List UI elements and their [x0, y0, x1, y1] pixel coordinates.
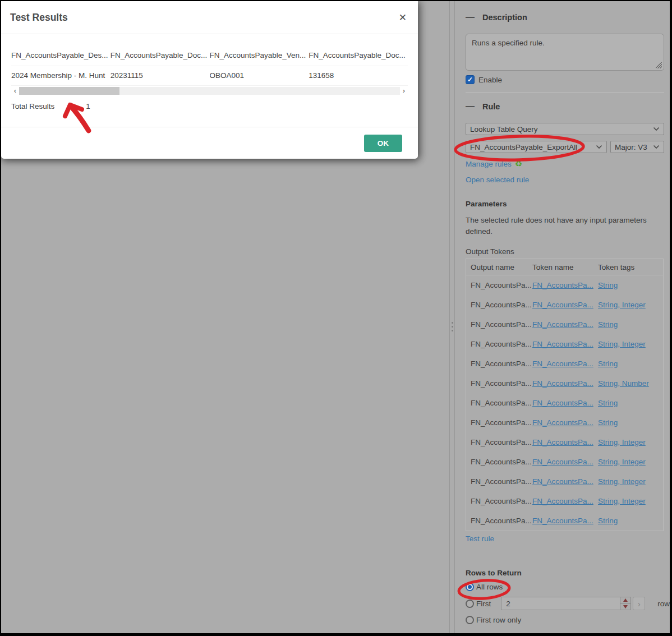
token-tags-link[interactable]: String [598, 320, 618, 329]
output-tokens-body: FN_AccountsPa... FN_AccountsPa... String… [466, 275, 663, 531]
token-table-row: FN_AccountsPa... FN_AccountsPa... String… [466, 295, 663, 315]
token-table-row: FN_AccountsPa... FN_AccountsPa... String [466, 315, 663, 334]
output-name-cell: FN_AccountsPa... [471, 517, 532, 525]
description-text: Runs a specified rule. [472, 39, 545, 47]
token-name-link[interactable]: FN_AccountsPa... [532, 340, 593, 348]
token-tags-link[interactable]: String, Integer [598, 438, 646, 446]
resize-grip-icon[interactable] [656, 62, 662, 68]
result-col-docnum: FN_AccountsPayable_Doc... [309, 51, 408, 59]
result-col-vendor: FN_AccountsPayable_Ven... [210, 51, 309, 59]
chevron-down-icon [653, 127, 660, 131]
close-icon[interactable]: ✕ [399, 12, 407, 24]
horizontal-scrollbar[interactable]: ‹ › [11, 86, 408, 95]
result-description: 2024 Membership - M. Hunt [11, 71, 111, 80]
token-name-link[interactable]: FN_AccountsPa... [532, 438, 593, 446]
rule-section-title: Rule [482, 102, 500, 111]
properties-panel: — Description Runs a specified rule. ✓ E… [455, 1, 670, 633]
output-name-cell: FN_AccountsPa... [471, 438, 532, 446]
token-tags-link[interactable]: String [598, 360, 618, 368]
result-docdate: 20231115 [111, 71, 210, 80]
dialog-header: Test Results ✕ [1, 1, 418, 34]
dialog-title: Test Results [10, 12, 68, 24]
spinner-up-button[interactable] [620, 597, 630, 604]
token-tags-link[interactable]: String, Integer [598, 497, 646, 505]
spinner-down-button[interactable] [620, 604, 630, 610]
enable-checkbox[interactable]: ✓ [466, 75, 475, 84]
description-section-header[interactable]: — Description [466, 12, 664, 22]
output-name-cell: FN_AccountsPa... [471, 497, 532, 505]
token-name-link[interactable]: FN_AccountsPa... [532, 458, 593, 466]
token-name-link[interactable]: FN_AccountsPa... [532, 399, 593, 407]
token-tags-link[interactable]: String, Number [598, 379, 649, 388]
token-name-link[interactable]: FN_AccountsPa... [532, 281, 593, 289]
token-tags-link[interactable]: String [598, 418, 618, 427]
results-header-row: FN_AccountsPayable_Des... FN_AccountsPay… [11, 51, 408, 66]
chevron-down-icon [653, 145, 660, 149]
rule-type-select[interactable]: Lookup Table Query [466, 123, 664, 135]
token-picker-button[interactable]: › [633, 597, 645, 610]
first-n-rows-input[interactable] [501, 600, 620, 608]
token-tags-link[interactable]: String [598, 399, 618, 407]
first-n-rows-radio[interactable] [466, 600, 474, 608]
output-tokens-table: Output name Token name Token tags FN_Acc… [466, 259, 664, 531]
result-col-docdate: FN_AccountsPayable_Doc... [111, 51, 210, 59]
token-name-link[interactable]: FN_AccountsPa... [532, 301, 593, 309]
splitter-grip-icon[interactable] [452, 322, 453, 331]
rule-section-header[interactable]: — Rule [466, 102, 664, 112]
scrollbar-track[interactable] [19, 87, 400, 95]
token-name-link[interactable]: FN_AccountsPa... [532, 497, 593, 505]
ok-button[interactable]: OK [364, 135, 402, 152]
manage-rules-link[interactable]: Manage rules [466, 160, 512, 168]
panel-splitter[interactable] [449, 1, 455, 633]
description-textarea[interactable]: Runs a specified rule. [466, 34, 664, 71]
first-row-only-radio[interactable] [466, 616, 474, 624]
total-results-value: 1 [86, 102, 90, 110]
result-docnum: 131658 [309, 71, 408, 80]
token-table-row: FN_AccountsPa... FN_AccountsPa... String… [466, 432, 663, 452]
first-label: First [476, 600, 491, 608]
collapse-icon[interactable]: — [466, 102, 475, 112]
token-name-link[interactable]: FN_AccountsPa... [532, 320, 593, 329]
token-table-row: FN_AccountsPa... FN_AccountsPa... String [466, 354, 663, 374]
result-row[interactable]: 2024 Membership - M. Hunt 20231115 OBOA0… [11, 66, 408, 86]
token-name-link[interactable]: FN_AccountsPa... [532, 418, 593, 427]
token-name-link[interactable]: FN_AccountsPa... [532, 517, 593, 525]
number-spinner [620, 597, 631, 610]
rows-to-return-title: Rows to Return [466, 569, 664, 577]
col-token-name: Token name [532, 263, 598, 271]
token-name-link[interactable]: FN_AccountsPa... [532, 477, 593, 486]
output-name-cell: FN_AccountsPa... [471, 477, 532, 486]
rule-name-select[interactable]: FN_AccountsPayable_ExportAll [466, 141, 607, 153]
token-tags-link[interactable]: String, Integer [598, 458, 646, 466]
open-selected-rule-link[interactable]: Open selected rule [466, 176, 529, 184]
chevron-down-icon [596, 145, 602, 149]
test-rule-link[interactable]: Test rule [466, 534, 494, 543]
output-name-cell: FN_AccountsPa... [471, 458, 532, 466]
enable-label: Enable [478, 76, 502, 84]
token-table-row: FN_AccountsPa... FN_AccountsPa... String… [466, 334, 663, 354]
token-tags-link[interactable]: String, Integer [598, 340, 646, 348]
rule-version-value: Major: V3 [615, 143, 653, 151]
output-name-cell: FN_AccountsPa... [471, 281, 532, 289]
scrollbar-thumb[interactable] [19, 87, 119, 95]
all-rows-radio[interactable] [466, 583, 474, 591]
token-table-row: FN_AccountsPa... FN_AccountsPa... String… [466, 452, 663, 472]
collapse-icon[interactable]: — [466, 12, 475, 22]
scroll-left-icon[interactable]: ‹ [11, 87, 19, 95]
refresh-rules-icon[interactable]: ♻ [515, 159, 522, 169]
token-table-row: FN_AccountsPa... FN_AccountsPa... String [466, 393, 663, 413]
first-n-input-wrap [501, 597, 620, 610]
rule-version-select[interactable]: Major: V3 [610, 141, 664, 153]
all-rows-label: All rows [476, 583, 503, 591]
parameters-title: Parameters [466, 200, 664, 208]
token-tags-link[interactable]: String [598, 281, 618, 289]
token-name-link[interactable]: FN_AccountsPa... [532, 379, 593, 388]
token-tags-link[interactable]: String, Integer [598, 301, 646, 309]
token-name-link[interactable]: FN_AccountsPa... [532, 360, 593, 368]
output-name-cell: FN_AccountsPa... [471, 360, 532, 368]
token-tags-link[interactable]: String [598, 517, 618, 525]
scroll-right-icon[interactable]: › [400, 87, 408, 95]
token-tags-link[interactable]: String, Integer [598, 477, 646, 486]
output-name-cell: FN_AccountsPa... [471, 418, 532, 427]
output-tokens-title: Output Tokens [466, 247, 664, 256]
